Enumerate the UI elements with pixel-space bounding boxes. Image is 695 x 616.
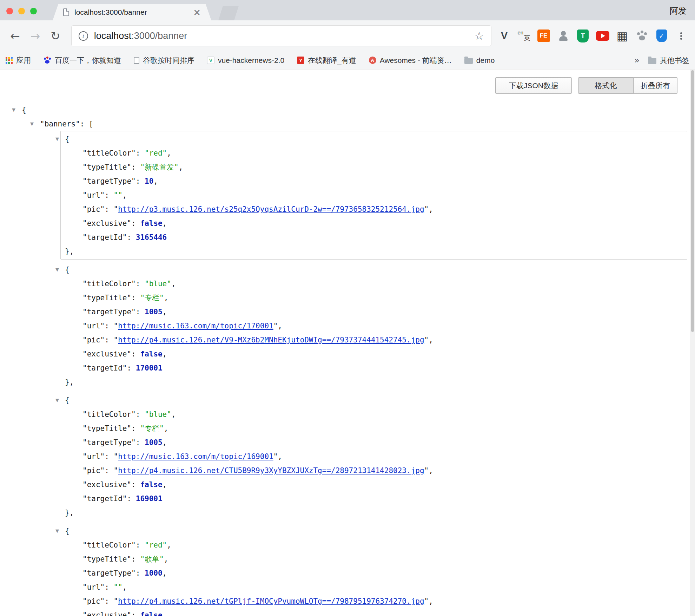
vertical-scrollbar[interactable] <box>690 70 695 616</box>
back-icon[interactable]: ← <box>6 27 24 45</box>
page-icon <box>134 57 139 64</box>
collapse-triangle-icon[interactable]: ▼ <box>55 263 59 277</box>
bookmark-label: vue-hackernews-2.0 <box>218 56 284 65</box>
json-link-value[interactable]: http://p4.music.126.net/V9-MXz6b2MNhEKju… <box>118 336 424 344</box>
object-fields: "titleColor": "red","typeTitle": "歌单","t… <box>82 538 683 616</box>
reload-icon[interactable]: ↻ <box>47 27 64 45</box>
apps-grid-icon <box>6 57 13 64</box>
json-link-value[interactable]: http://music.163.com/m/topic/169001 <box>118 452 273 461</box>
json-string-value: "歌单" <box>140 555 164 563</box>
bookmark-apps[interactable]: 应用 <box>6 55 31 65</box>
bookmark-label: demo <box>476 56 495 65</box>
bookmark-demo-folder[interactable]: demo <box>464 56 495 65</box>
bookmark-google-sort[interactable]: 谷歌按时间排序 <box>134 55 194 65</box>
json-number-value: 170001 <box>136 364 163 372</box>
json-key: "targetType" <box>82 569 136 577</box>
format-button[interactable]: 格式化 <box>578 77 634 94</box>
collapse-triangle-icon[interactable]: ▼ <box>55 132 59 146</box>
object-open-line: ▼{ <box>65 524 683 538</box>
json-key: "exclusive" <box>82 219 131 228</box>
json-number-value: 1005 <box>145 438 163 447</box>
folder-icon <box>464 58 473 64</box>
browser-tab[interactable]: localhost:3000/banner × <box>53 4 211 20</box>
json-key: "typeTitle" <box>82 294 131 302</box>
youdao-icon: Y <box>297 57 304 64</box>
bookmark-youdao[interactable]: Y 在线翻译_有道 <box>297 55 356 65</box>
json-link-value[interactable]: http://p4.music.126.net/tGPljf-IMOCyPvum… <box>118 597 424 605</box>
url-host: localhost <box>94 31 132 41</box>
json-key: "typeTitle" <box>82 163 131 171</box>
collapse-all-button[interactable]: 折叠所有 <box>634 77 677 94</box>
youtube-extension-icon[interactable] <box>595 28 610 44</box>
forward-icon[interactable]: → <box>27 27 44 45</box>
json-bool-value: false <box>140 480 162 489</box>
url-text[interactable]: localhost:3000/banner <box>94 31 475 41</box>
json-number-value: 1000 <box>145 569 163 577</box>
bookmark-star-icon[interactable]: ☆ <box>474 30 484 42</box>
json-link-value[interactable]: http://music.163.com/m/topic/170001 <box>118 322 273 330</box>
json-key: "pic" <box>82 466 105 475</box>
translate-extension-icon[interactable]: en英 <box>516 28 531 44</box>
json-field-line: "exclusive": false, <box>82 478 683 492</box>
address-bar[interactable]: i localhost:3000/banner ☆ <box>71 25 491 46</box>
json-key: "titleColor" <box>82 149 136 157</box>
bookmark-label: Awesomes - 前端资… <box>380 55 452 65</box>
site-info-icon[interactable]: i <box>79 31 88 41</box>
json-field-line: "targetId": 3165446 <box>82 230 683 244</box>
object-close-line: }, <box>65 244 683 258</box>
octotree-extension-icon[interactable] <box>556 28 571 44</box>
bookmark-baidu[interactable]: 百度一下，你就知道 <box>44 55 121 65</box>
json-field-line: "titleColor": "red", <box>82 146 683 160</box>
json-bool-value: false <box>140 219 162 228</box>
close-brace: }, <box>65 509 74 517</box>
json-link-value[interactable]: http://p3.music.126.net/s25q2x5QyqsAzilC… <box>118 205 424 214</box>
close-window-button[interactable] <box>6 8 13 14</box>
json-field-line: "typeTitle": "专栏", <box>82 291 683 305</box>
scrollbar-thumb[interactable] <box>691 70 694 332</box>
bookmarks-overflow-icon[interactable]: » <box>634 55 640 65</box>
json-field-line: "exclusive": false, <box>82 608 683 616</box>
banner-object: ▼{"titleColor": "red","typeTitle": "歌单",… <box>60 523 687 616</box>
json-objects: ▼{"titleColor": "red","typeTitle": "新碟首发… <box>60 131 695 616</box>
json-link-value[interactable]: http://p4.music.126.net/CTU5B9R9y3XyYBZX… <box>118 466 424 475</box>
json-number-value: 1005 <box>145 308 163 316</box>
baidu-paw-icon <box>44 57 51 64</box>
paw-extension-icon[interactable] <box>634 28 649 44</box>
new-tab-button[interactable] <box>218 6 239 20</box>
json-string-value: "red" <box>145 541 167 549</box>
chrome-menu-icon[interactable] <box>674 28 689 44</box>
qrcode-extension-icon[interactable]: ▦ <box>615 28 630 44</box>
collapse-triangle-icon[interactable]: ▼ <box>12 103 15 117</box>
collapse-triangle-icon[interactable]: ▼ <box>55 524 59 538</box>
vimium-extension-icon[interactable]: V <box>497 28 512 44</box>
blue-shield-extension-icon[interactable]: ✓ <box>654 28 669 44</box>
fullscreen-window-button[interactable] <box>30 8 37 14</box>
json-field-line: "targetId": 170001 <box>82 361 683 375</box>
bookmark-awesomes[interactable]: A Awesomes - 前端资… <box>369 55 452 65</box>
json-field-line: "targetType": 1000, <box>82 566 683 580</box>
tab-title: localhost:3000/banner <box>74 8 193 17</box>
json-key: "exclusive" <box>82 350 131 358</box>
bookmark-vue-hackernews[interactable]: V vue-hackernews-2.0 <box>207 56 284 65</box>
minimize-window-button[interactable] <box>18 8 25 14</box>
bookmark-label: 百度一下，你就知道 <box>55 55 121 65</box>
fe-extension-icon[interactable]: FE <box>536 28 551 44</box>
json-string-value: "专栏" <box>140 424 164 433</box>
json-field-line: "exclusive": false, <box>82 347 683 361</box>
tab-close-icon[interactable]: × <box>193 7 201 18</box>
json-field-line: "typeTitle": "专栏", <box>82 421 683 435</box>
json-key: "typeTitle" <box>82 555 131 563</box>
object-fields: "titleColor": "blue","typeTitle": "专栏","… <box>82 277 683 375</box>
other-bookmarks[interactable]: 其他书签 <box>648 55 689 65</box>
json-field-line: "exclusive": false, <box>82 216 683 230</box>
profile-name[interactable]: 阿发 <box>670 5 687 17</box>
json-number-value: 169001 <box>136 494 163 503</box>
json-key: "pic" <box>82 336 105 344</box>
green-shield-extension-icon[interactable]: T <box>575 28 590 44</box>
collapse-triangle-icon[interactable]: ▼ <box>55 393 59 407</box>
download-json-button[interactable]: 下载JSON数据 <box>495 77 572 94</box>
object-close-line: }, <box>65 375 683 389</box>
collapse-triangle-icon[interactable]: ▼ <box>30 117 34 131</box>
other-bookmarks-label: 其他书签 <box>660 55 689 65</box>
json-key: "titleColor" <box>82 541 136 549</box>
